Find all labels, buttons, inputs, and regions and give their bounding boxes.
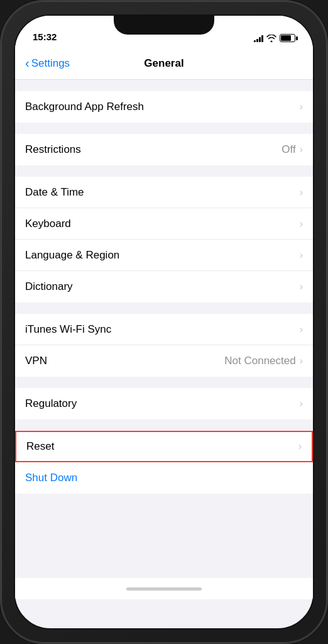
chevron-icon: › [300, 187, 303, 198]
cell-language-region[interactable]: Language & Region › [15, 240, 313, 271]
chevron-icon: › [300, 250, 303, 261]
chevron-icon: › [298, 441, 302, 452]
cell-right: Off › [282, 143, 303, 156]
section-itunes-vpn: iTunes Wi-Fi Sync › VPN Not Connected › [15, 314, 313, 377]
cell-right: › [300, 101, 303, 113]
signal-icon [254, 35, 263, 42]
cell-label: Reset [26, 440, 54, 453]
section-gap-5 [15, 377, 313, 388]
cell-label: Shut Down [25, 472, 77, 484]
cell-label: Date & Time [25, 186, 84, 199]
section-datetime-group: Date & Time › Keyboard › Language & Regi… [15, 177, 313, 303]
home-bar [126, 587, 202, 591]
cell-keyboard[interactable]: Keyboard › [15, 208, 313, 240]
settings-content: Background App Refresh › Restrictions Of… [15, 80, 313, 578]
cell-label: Keyboard [25, 218, 71, 230]
status-icons [254, 34, 295, 42]
cell-right: › [300, 324, 303, 335]
chevron-icon: › [300, 101, 303, 113]
cell-regulatory[interactable]: Regulatory › [15, 388, 313, 419]
chevron-icon: › [300, 218, 303, 230]
home-indicator [15, 578, 313, 599]
back-label: Settings [31, 57, 70, 70]
page-title: General [144, 57, 183, 70]
cell-reset[interactable]: Reset › [15, 431, 313, 462]
back-button[interactable]: ‹ Settings [25, 57, 70, 70]
phone-screen: 15:32 [14, 14, 314, 630]
section-gap-4 [15, 303, 313, 314]
cell-right: › [300, 187, 303, 198]
section-shut-down: Shut Down [15, 462, 313, 494]
chevron-icon: › [300, 324, 303, 335]
chevron-icon: › [300, 144, 303, 155]
cell-value: Not Connected [224, 355, 295, 367]
chevron-icon: › [300, 398, 303, 409]
cell-right: › [300, 218, 303, 230]
status-time: 15:32 [33, 31, 57, 42]
cell-label: iTunes Wi-Fi Sync [25, 323, 111, 336]
section-restrictions: Restrictions Off › [15, 134, 313, 165]
section-gap-1 [15, 80, 313, 91]
nav-bar: ‹ Settings General [15, 47, 313, 80]
cell-label: Background App Refresh [25, 101, 144, 113]
section-gap-3 [15, 165, 313, 177]
cell-label: Language & Region [25, 249, 119, 262]
cell-itunes-wifi-sync[interactable]: iTunes Wi-Fi Sync › [15, 314, 313, 345]
cell-right: › [300, 281, 303, 292]
section-reset: Reset › [15, 431, 313, 462]
back-chevron-icon: ‹ [25, 56, 30, 70]
notch [114, 16, 214, 35]
bottom-spacer [15, 494, 313, 519]
cell-label: Dictionary [25, 280, 73, 293]
section-gap-2 [15, 123, 313, 134]
section-gap-6 [15, 419, 313, 431]
cell-right: Not Connected › [224, 355, 303, 367]
battery-icon [280, 34, 295, 42]
section-regulatory: Regulatory › [15, 388, 313, 419]
section-background-app-refresh: Background App Refresh › [15, 91, 313, 123]
cell-right: › [298, 441, 302, 452]
cell-restrictions[interactable]: Restrictions Off › [15, 134, 313, 165]
cell-vpn[interactable]: VPN Not Connected › [15, 345, 313, 377]
cell-label: VPN [25, 355, 47, 367]
cell-label: Restrictions [25, 143, 81, 156]
phone-frame: 15:32 [0, 0, 328, 644]
cell-background-app-refresh[interactable]: Background App Refresh › [15, 91, 313, 123]
cell-right: › [300, 398, 303, 409]
cell-label: Regulatory [25, 397, 77, 410]
cell-value: Off [282, 143, 295, 156]
cell-dictionary[interactable]: Dictionary › [15, 271, 313, 303]
chevron-icon: › [300, 281, 303, 292]
cell-right: › [300, 250, 303, 261]
cell-date-time[interactable]: Date & Time › [15, 177, 313, 208]
chevron-icon: › [300, 355, 303, 367]
wifi-icon [266, 35, 276, 42]
cell-shut-down[interactable]: Shut Down [15, 462, 313, 494]
